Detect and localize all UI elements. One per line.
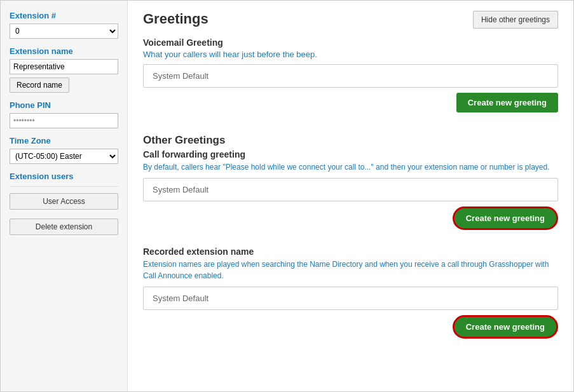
other-greetings-section: Other Greetings Call forwarding greeting… [143,134,558,349]
call-forwarding-subtitle: By default, callers hear "Please hold wh… [143,161,558,173]
recorded-extension-btn-row: Create new greeting [143,315,558,349]
time-zone-select[interactable]: (UTC-05:00) Easter [10,149,118,164]
call-forwarding-subsection: Call forwarding greeting By default, cal… [143,149,558,240]
phone-pin-label: Phone PIN [10,100,118,110]
recorded-extension-greeting-box: System Default [143,287,558,310]
user-access-button[interactable]: User Access [10,193,118,210]
main-content: Greetings Hide other greetings Voicemail… [128,1,573,391]
page-title: Greetings [143,11,208,27]
extension-number-label: Extension # [10,11,118,20]
time-zone-label: Time Zone [10,136,118,145]
voicemail-create-greeting-button[interactable]: Create new greeting [456,93,558,112]
voicemail-btn-row: Create new greeting [143,93,558,123]
main-header: Greetings Hide other greetings [143,11,558,29]
voicemail-heading: Voicemail Greeting [143,37,558,48]
extension-number-select[interactable]: 0 [10,24,118,39]
recorded-extension-create-greeting-button[interactable]: Create new greeting [453,315,558,339]
extension-users-label: Extension users [10,172,118,181]
other-greetings-title: Other Greetings [143,134,558,147]
sidebar: Extension # 0 Extension name Record name… [1,1,128,391]
call-forwarding-create-greeting-button[interactable]: Create new greeting [453,206,558,230]
call-forwarding-heading: Call forwarding greeting [143,149,558,159]
delete-extension-button[interactable]: Delete extension [10,219,118,235]
recorded-extension-subtitle: Extension names are played when searchin… [143,259,558,281]
recorded-extension-heading: Recorded extension name [143,247,558,257]
phone-pin-input[interactable] [10,113,118,128]
extension-name-label: Extension name [10,46,118,56]
voicemail-greeting-box: System Default [143,64,558,88]
record-name-button[interactable]: Record name [10,78,69,93]
extension-name-input[interactable] [10,59,118,74]
sidebar-divider [10,186,118,187]
hide-greetings-button[interactable]: Hide other greetings [473,11,558,29]
recorded-extension-subsection: Recorded extension name Extension names … [143,247,558,349]
voicemail-section: Voicemail Greeting What your callers wil… [143,37,558,123]
call-forwarding-btn-row: Create new greeting [143,206,558,240]
call-forwarding-greeting-box: System Default [143,178,558,201]
voicemail-subtitle: What your callers will hear just before … [143,50,558,59]
